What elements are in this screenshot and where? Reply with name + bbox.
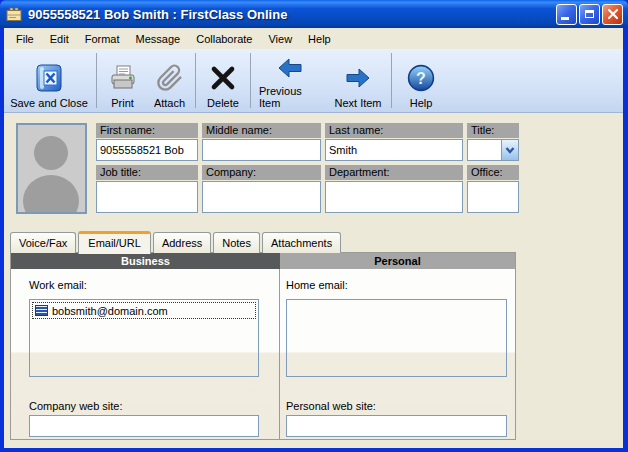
help-label: Help xyxy=(410,97,433,109)
previous-item-button[interactable]: Previous Item xyxy=(253,49,327,112)
home-email-label: Home email: xyxy=(286,279,348,291)
contact-photo-placeholder[interactable] xyxy=(16,123,87,214)
dropdown-button[interactable] xyxy=(501,140,518,160)
column-divider xyxy=(279,269,280,439)
next-item-button[interactable]: Next Item xyxy=(327,49,389,112)
first-name-label: First name: xyxy=(96,123,198,138)
tab-strip: Voice/Fax Email/URL Address Notes Attach… xyxy=(10,229,343,253)
app-window: 9055558521 Bob Smith : FirstClass Online… xyxy=(0,0,628,452)
print-icon xyxy=(108,61,138,95)
home-email-listbox[interactable] xyxy=(286,299,507,377)
email-url-panel: Business Personal Work email: bobsmith@d… xyxy=(10,252,516,440)
save-and-close-button[interactable]: Save and Close xyxy=(4,49,94,112)
svg-text:?: ? xyxy=(416,70,426,87)
title-label: Title: xyxy=(467,123,519,138)
tab-attachments[interactable]: Attachments xyxy=(262,232,341,253)
toolbar-separator xyxy=(250,53,251,108)
department-label: Department: xyxy=(325,165,463,180)
company-web-site-label: Company web site: xyxy=(29,400,123,412)
work-email-entry[interactable]: bobsmith@domain.com xyxy=(32,302,256,319)
work-email-listbox[interactable]: bobsmith@domain.com xyxy=(29,299,259,377)
delete-label: Delete xyxy=(207,97,239,109)
contact-fields-grid: First name: Middle name: Last name: Titl… xyxy=(96,123,520,213)
title-dropdown[interactable] xyxy=(467,139,519,161)
work-email-label: Work email: xyxy=(29,279,87,291)
section-headers: Business Personal xyxy=(11,253,515,269)
last-name-input[interactable] xyxy=(325,139,463,161)
menu-help[interactable]: Help xyxy=(300,30,339,48)
help-button[interactable]: ? Help xyxy=(394,49,448,112)
office-input[interactable] xyxy=(467,181,519,213)
department-input[interactable] xyxy=(325,181,463,213)
menu-view[interactable]: View xyxy=(260,30,300,48)
print-label: Print xyxy=(111,97,134,109)
menu-collaborate[interactable]: Collaborate xyxy=(188,30,260,48)
contact-card-icon xyxy=(6,6,22,22)
personal-section-header: Personal xyxy=(280,253,515,269)
personal-web-site-label: Personal web site: xyxy=(286,400,376,412)
menu-format[interactable]: Format xyxy=(77,30,128,48)
delete-x-icon xyxy=(210,61,236,95)
toolbar-separator xyxy=(195,53,196,108)
close-button[interactable] xyxy=(602,4,623,25)
office-label: Office: xyxy=(467,165,519,180)
middle-name-input[interactable] xyxy=(202,139,321,161)
personal-web-site-input[interactable] xyxy=(286,415,507,437)
tab-notes[interactable]: Notes xyxy=(213,232,260,253)
window-body: File Edit Format Message Collaborate Vie… xyxy=(4,28,623,448)
last-name-label: Last name: xyxy=(325,123,463,138)
toolbar-separator xyxy=(96,53,97,108)
menu-file[interactable]: File xyxy=(8,30,42,48)
company-label: Company: xyxy=(202,165,321,180)
toolbar-separator xyxy=(391,53,392,108)
attach-label: Attach xyxy=(154,97,185,109)
maximize-icon xyxy=(585,10,594,18)
person-silhouette-icon xyxy=(18,125,85,212)
first-name-input[interactable] xyxy=(96,139,198,161)
paperclip-icon xyxy=(156,61,184,95)
save-and-close-icon xyxy=(35,61,63,95)
business-section-header: Business xyxy=(11,253,280,269)
job-title-label: Job title: xyxy=(96,165,198,180)
next-item-label: Next Item xyxy=(334,97,381,109)
attach-button[interactable]: Attach xyxy=(146,49,193,112)
maximize-button[interactable] xyxy=(579,4,600,25)
email-address-icon xyxy=(35,305,48,316)
company-input[interactable] xyxy=(202,181,321,213)
job-title-input[interactable] xyxy=(96,181,198,213)
tab-address[interactable]: Address xyxy=(153,232,211,253)
chevron-down-icon xyxy=(504,145,516,155)
toolbar: Save and Close Print xyxy=(4,49,623,113)
company-web-site-input[interactable] xyxy=(29,415,259,437)
menu-edit[interactable]: Edit xyxy=(42,30,77,48)
menu-message[interactable]: Message xyxy=(128,30,189,48)
previous-item-label: Previous Item xyxy=(259,85,321,109)
middle-name-label: Middle name: xyxy=(202,123,321,138)
arrow-left-icon xyxy=(277,53,303,83)
save-and-close-label: Save and Close xyxy=(10,97,88,109)
delete-button[interactable]: Delete xyxy=(198,49,248,112)
help-icon: ? xyxy=(407,61,435,95)
title-bar[interactable]: 9055558521 Bob Smith : FirstClass Online xyxy=(0,0,628,28)
menu-bar: File Edit Format Message Collaborate Vie… xyxy=(4,28,623,49)
arrow-right-icon xyxy=(345,61,371,95)
close-icon xyxy=(607,8,619,20)
tab-email-url[interactable]: Email/URL xyxy=(78,231,151,254)
minimize-icon xyxy=(561,17,569,20)
title-dropdown-value xyxy=(468,140,501,160)
window-title: 9055558521 Bob Smith : FirstClass Online xyxy=(28,7,554,22)
print-button[interactable]: Print xyxy=(99,49,146,112)
work-email-value: bobsmith@domain.com xyxy=(52,305,168,317)
tab-voice-fax[interactable]: Voice/Fax xyxy=(10,232,76,253)
minimize-button[interactable] xyxy=(556,4,577,25)
